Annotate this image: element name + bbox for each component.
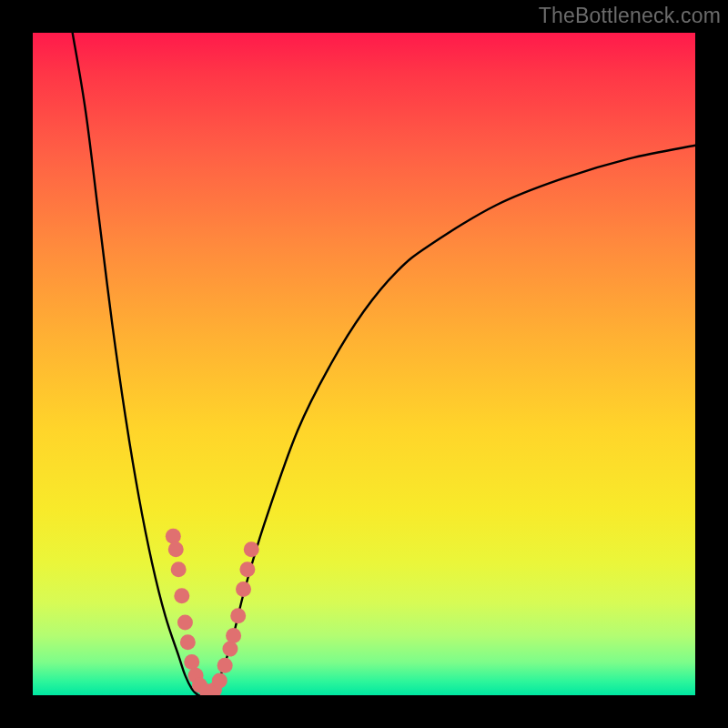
data-marker [168, 541, 184, 557]
data-marker [180, 634, 196, 650]
data-marker [222, 642, 238, 657]
data-marker [239, 561, 255, 577]
data-marker [177, 614, 193, 630]
data-marker [244, 541, 259, 557]
data-marker [217, 658, 233, 673]
plot-area [33, 33, 695, 695]
data-marker [226, 628, 241, 643]
data-marker [174, 588, 189, 603]
data-marker [230, 608, 246, 623]
curve-right-branch [205, 146, 695, 695]
watermark-text: TheBottleneck.com [539, 4, 721, 28]
data-marker [212, 672, 228, 688]
data-marker [166, 529, 181, 544]
curve-layer [73, 33, 695, 695]
data-marker [184, 654, 199, 670]
data-marker [236, 581, 251, 597]
chart-svg [33, 33, 695, 695]
marker-layer [166, 529, 259, 695]
chart-frame: TheBottleneck.com [0, 0, 728, 728]
data-marker [171, 561, 187, 577]
